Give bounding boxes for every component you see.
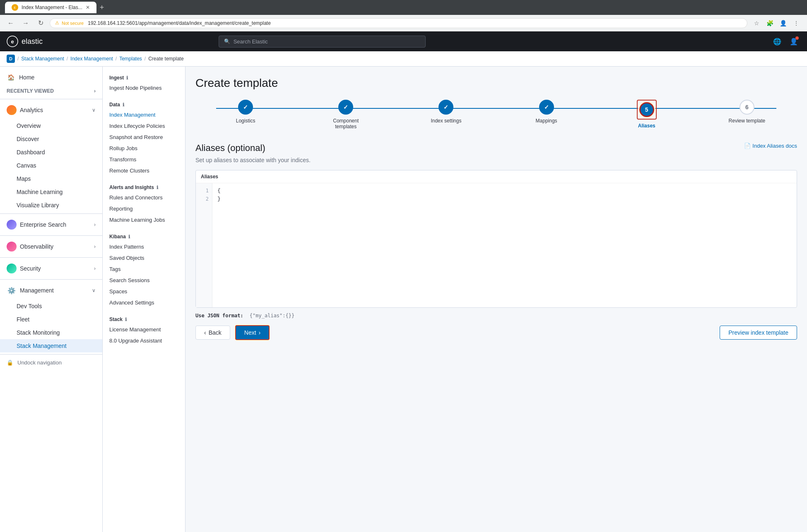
elastic-logo[interactable]: e elastic	[7, 36, 43, 47]
step-review-template[interactable]: 6 Review template	[697, 100, 797, 124]
sub-nav-index-patterns[interactable]: Index Patterns	[103, 241, 185, 252]
dev-tools-label: Dev Tools	[17, 303, 42, 309]
sub-nav: Ingest ℹ Ingest Node Pipelines Data ℹ In…	[103, 67, 185, 532]
lock-icon: 🔒	[7, 359, 13, 366]
new-tab-button[interactable]: +	[100, 3, 104, 12]
btn-row: ‹ Back Next › Preview index template	[195, 325, 797, 340]
step-component-templates[interactable]: ✓ Componenttemplates	[296, 100, 396, 129]
sidebar-category-management[interactable]: ⚙️ Management ∨	[0, 281, 102, 300]
menu-button[interactable]: ⋮	[790, 17, 802, 29]
globe-button[interactable]: 🌐	[771, 35, 784, 48]
sidebar-category-analytics[interactable]: Analytics ∨	[0, 101, 102, 119]
elastic-logo-icon: e	[7, 36, 18, 47]
kibana-title-text: Kibana	[109, 234, 126, 240]
sub-nav-reporting[interactable]: Reporting	[103, 203, 185, 214]
back-button[interactable]: ‹ Back	[195, 326, 230, 340]
section-title: Aliases (optional)	[195, 143, 265, 153]
sidebar-item-home[interactable]: 🏠 Home	[0, 70, 102, 85]
sidebar-item-maps[interactable]: Maps	[0, 172, 102, 185]
sub-nav-tags[interactable]: Tags	[103, 264, 185, 275]
step-logistics[interactable]: ✓ Logistics	[195, 100, 296, 124]
browser-tab[interactable]: E Index Management - Elas... ✕	[5, 2, 96, 13]
ingest-info-icon[interactable]: ℹ	[126, 75, 128, 81]
profile-button[interactable]: 👤	[777, 17, 789, 29]
sub-nav-remote-clusters[interactable]: Remote Clusters	[103, 165, 185, 176]
next-arrow-icon: ›	[259, 329, 261, 336]
next-button[interactable]: Next ›	[235, 325, 270, 340]
step-aliases[interactable]: 5 Aliases	[597, 100, 697, 129]
sub-nav-saved-objects[interactable]: Saved Objects	[103, 252, 185, 264]
address-url: 192.168.164.132:5601/app/management/data…	[88, 20, 271, 26]
sub-nav-transforms[interactable]: Transforms	[103, 154, 185, 165]
search-placeholder: Search Elastic	[234, 38, 268, 45]
breadcrumb-templates[interactable]: Templates	[119, 56, 142, 62]
alerts-info-icon[interactable]: ℹ	[157, 185, 158, 190]
sidebar-divider-4	[0, 257, 102, 258]
kibana-info-icon[interactable]: ℹ	[128, 234, 130, 240]
data-info-icon[interactable]: ℹ	[123, 102, 124, 108]
sub-nav-upgrade-assistant[interactable]: 8.0 Upgrade Assistant	[103, 335, 185, 346]
sub-nav-ingest-node-pipelines[interactable]: Ingest Node Pipelines	[103, 82, 185, 93]
step-mappings[interactable]: ✓ Mappings	[496, 100, 597, 124]
sidebar-category-security[interactable]: Security ›	[0, 259, 102, 278]
sub-nav-advanced-settings[interactable]: Advanced Settings	[103, 297, 185, 308]
step-index-settings[interactable]: ✓ Index settings	[396, 100, 496, 124]
sidebar-item-canvas[interactable]: Canvas	[0, 159, 102, 172]
preview-button[interactable]: Preview index template	[720, 326, 797, 340]
breadcrumb-index-management[interactable]: Index Management	[70, 56, 113, 62]
refresh-button[interactable]: ↻	[35, 17, 46, 29]
code-editor[interactable]: 1 2 { }	[196, 183, 797, 307]
code-editor-wrapper: Aliases 1 2 { }	[195, 170, 797, 308]
sidebar-divider-3	[0, 235, 102, 236]
sub-nav-title-data: Data ℹ	[103, 100, 185, 109]
sub-nav-rules-connectors[interactable]: Rules and Connectors	[103, 192, 185, 203]
sub-nav-ml-jobs[interactable]: Machine Learning Jobs	[103, 214, 185, 225]
address-bar[interactable]: ⚠ Not secure 192.168.164.132:5601/app/ma…	[50, 18, 747, 28]
sidebar-recently-viewed[interactable]: Recently viewed ›	[0, 85, 102, 97]
breadcrumb-sep-4: /	[145, 56, 146, 62]
sidebar-item-discover[interactable]: Discover	[0, 132, 102, 146]
sub-nav-search-sessions[interactable]: Search Sessions	[103, 275, 185, 286]
sidebar-category-enterprise-search[interactable]: Enterprise Search ›	[0, 216, 102, 234]
top-nav: e elastic 🔍 Search Elastic 🌐 👤	[0, 31, 807, 51]
breadcrumb-stack-management[interactable]: Stack Management	[21, 56, 64, 62]
sidebar-item-fleet[interactable]: Fleet	[0, 313, 102, 326]
step-label-aliases: Aliases	[638, 123, 655, 129]
docs-link[interactable]: 📄 Index Aliases docs	[744, 143, 797, 149]
sub-nav-snapshot-restore[interactable]: Snapshot and Restore	[103, 132, 185, 143]
sub-nav-index-lifecycle-policies[interactable]: Index Lifecycle Policies	[103, 120, 185, 132]
sidebar-item-overview[interactable]: Overview	[0, 119, 102, 132]
sidebar-item-stack-monitoring[interactable]: Stack Monitoring	[0, 326, 102, 339]
global-search-bar[interactable]: 🔍 Search Elastic	[219, 36, 426, 48]
breadcrumb-home-icon[interactable]: D	[7, 55, 15, 63]
sub-nav-rollup-jobs[interactable]: Rollup Jobs	[103, 143, 185, 154]
sidebar-item-dashboard[interactable]: Dashboard	[0, 146, 102, 159]
step-label-mappings: Mappings	[536, 118, 557, 124]
management-icon: ⚙️	[7, 285, 17, 295]
back-button[interactable]: ←	[5, 17, 17, 29]
sidebar-category-observability[interactable]: Observability ›	[0, 237, 102, 256]
sidebar-item-unlock-nav[interactable]: 🔒 Undock navigation	[0, 356, 102, 369]
stack-info-icon[interactable]: ℹ	[125, 317, 127, 322]
sub-nav-section-ingest: Ingest ℹ Ingest Node Pipelines	[103, 73, 185, 93]
sidebar-item-stack-management[interactable]: Stack Management	[0, 339, 102, 352]
sidebar-divider-2	[0, 213, 102, 214]
extensions-button[interactable]: 🧩	[764, 17, 776, 29]
forward-button[interactable]: →	[20, 17, 31, 29]
security-indicator: ⚠	[55, 20, 59, 26]
sub-nav-index-management[interactable]: Index Management	[103, 109, 185, 120]
sub-nav-spaces[interactable]: Spaces	[103, 286, 185, 297]
sub-nav-license-management[interactable]: License Management	[103, 324, 185, 335]
unlock-label: Undock navigation	[17, 359, 62, 366]
sidebar-item-machine-learning[interactable]: Machine Learning	[0, 185, 102, 199]
browser-tab-close[interactable]: ✕	[86, 5, 90, 10]
bookmark-button[interactable]: ☆	[751, 17, 762, 29]
sidebar-item-visualize[interactable]: Visualize Library	[0, 199, 102, 212]
canvas-label: Canvas	[17, 162, 36, 169]
code-content[interactable]: { }	[212, 183, 797, 307]
sidebar-item-dev-tools[interactable]: Dev Tools	[0, 300, 102, 313]
user-button[interactable]: 👤	[787, 35, 800, 48]
json-hint: Use JSON format: {"my_alias":{}}	[195, 313, 797, 319]
breadcrumb-current: Create template	[148, 56, 183, 62]
management-label: Management	[20, 287, 54, 294]
